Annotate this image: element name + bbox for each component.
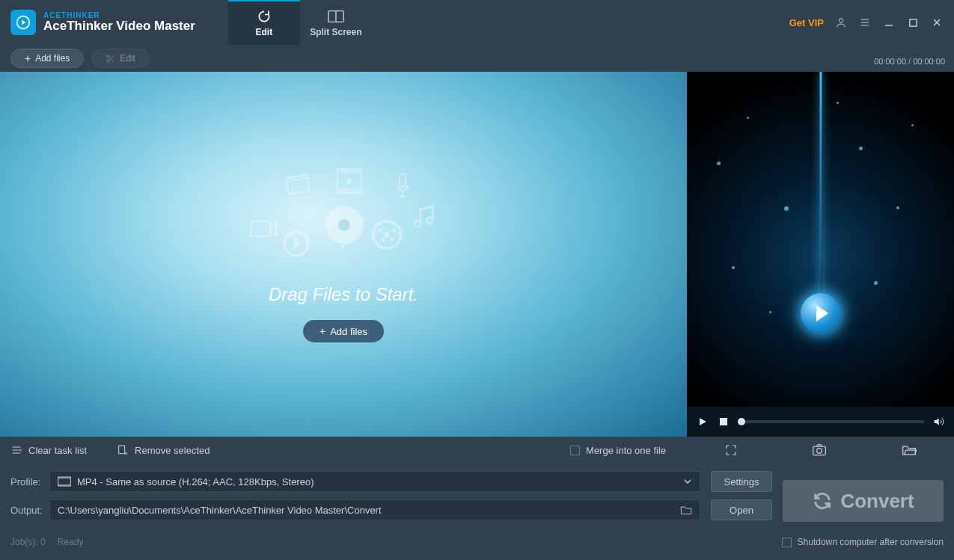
maximize-icon[interactable] [906, 16, 920, 29]
window-controls: Get VIP [789, 16, 954, 29]
profile-value: MP4 - Same as source (H.264; AAC, 128Kbp… [77, 476, 314, 487]
shutdown-checkbox[interactable] [782, 538, 792, 547]
jobs-count: Job(s): 0 [10, 537, 46, 547]
remove-icon [117, 444, 129, 456]
time-display: 00:00:00 / 00:00:00 [874, 57, 945, 66]
output-value: C:\Users\yangliu\Documents\AceThinker\Ac… [58, 505, 382, 516]
close-icon[interactable] [930, 16, 944, 29]
clear-task-list-button[interactable]: Clear task list [10, 444, 87, 456]
svg-point-20 [381, 239, 385, 243]
svg-rect-30 [58, 477, 71, 479]
play-button[interactable] [696, 415, 709, 428]
plus-icon: + [25, 53, 31, 64]
plus-icon: + [319, 326, 325, 336]
preview-canvas [687, 72, 954, 407]
titlebar: ACETHINKER AceThinker Video Master Edit … [0, 0, 954, 45]
list-clear-icon [10, 444, 22, 456]
svg-point-17 [384, 232, 389, 237]
stop-button[interactable] [717, 415, 730, 428]
svg-point-15 [338, 219, 350, 231]
profile-dropdown[interactable]: MP4 - Same as source (H.264; AAC, 128Kbp… [49, 471, 700, 492]
svg-point-3 [839, 19, 843, 22]
drop-add-files-button[interactable]: + Add files [303, 320, 384, 342]
drop-message: Drag Files to Start. [269, 284, 418, 305]
convert-label: Convert [840, 490, 914, 513]
output-path-field[interactable]: C:\Users\yangliu\Documents\AceThinker\Ac… [49, 499, 700, 520]
tab-edit[interactable]: Edit [228, 0, 300, 45]
button-label: Add files [35, 53, 70, 64]
shutdown-label: Shutdown computer after conversion [798, 537, 944, 547]
refresh-icon [257, 9, 272, 24]
preview-panel: 00:00:00 / 00:00:00 [687, 72, 954, 437]
browse-folder-icon [680, 505, 692, 515]
remove-selected-button[interactable]: Remove selected [117, 444, 210, 456]
split-screen-icon [328, 9, 344, 24]
open-folder-icon[interactable] [902, 444, 917, 456]
svg-point-24 [426, 218, 432, 224]
format-icon [58, 476, 71, 487]
user-icon[interactable] [834, 16, 848, 29]
convert-icon [812, 490, 833, 511]
edit-button: Edit [91, 49, 150, 68]
convert-button[interactable]: Convert [783, 480, 944, 522]
button-label: Edit [120, 53, 135, 64]
merge-checkbox[interactable] [570, 446, 580, 455]
svg-point-6 [107, 55, 109, 57]
player-controls [687, 407, 954, 437]
status-state: Ready [58, 537, 84, 547]
drop-zone[interactable]: Drag Files to Start. + Add files [0, 72, 687, 437]
play-orb-icon [801, 293, 841, 333]
content-area: Drag Files to Start. + Add files 00:00:0… [0, 72, 954, 437]
svg-rect-31 [58, 484, 71, 486]
svg-rect-25 [720, 418, 727, 425]
tab-label: Edit [255, 27, 272, 37]
app-logo-icon [10, 10, 36, 35]
svg-point-7 [107, 60, 109, 62]
output-label: Output: [10, 505, 43, 516]
svg-point-19 [391, 229, 396, 233]
media-icons-decoration [246, 166, 441, 271]
svg-rect-8 [251, 221, 270, 236]
tab-split-screen[interactable]: Split Screen [300, 0, 372, 45]
profile-label: Profile: [10, 476, 43, 487]
svg-point-23 [415, 221, 421, 227]
merge-label: Merge into one file [586, 445, 666, 456]
svg-point-21 [391, 237, 395, 241]
open-button[interactable]: Open [711, 499, 772, 520]
tab-label: Split Screen [310, 27, 361, 37]
shutdown-checkbox-group: Shutdown computer after conversion [782, 537, 944, 547]
svg-rect-26 [119, 446, 125, 454]
actions-row: Clear task list Remove selected Merge in… [0, 437, 954, 464]
app-title: AceThinker Video Master [43, 19, 195, 34]
get-vip-link[interactable]: Get VIP [789, 17, 824, 28]
add-files-button[interactable]: + Add files [10, 49, 84, 68]
minimize-icon[interactable] [882, 16, 896, 29]
app-logo: ACETHINKER AceThinker Video Master [0, 10, 206, 35]
button-label: Add files [330, 326, 367, 337]
snapshot-icon[interactable] [812, 443, 827, 457]
merge-checkbox-group: Merge into one file [570, 445, 676, 456]
svg-rect-22 [400, 173, 406, 187]
statusbar: Job(s): 0 Ready Shutdown computer after … [0, 531, 954, 553]
toolbar: + Add files Edit [0, 45, 954, 72]
fullscreen-icon[interactable] [724, 443, 738, 457]
action-label: Clear task list [28, 445, 87, 456]
svg-point-18 [378, 229, 382, 233]
settings-button[interactable]: Settings [711, 471, 772, 492]
progress-slider[interactable] [738, 420, 924, 423]
volume-button[interactable] [932, 415, 945, 428]
action-label: Remove selected [135, 445, 210, 456]
main-tabs: Edit Split Screen [228, 0, 372, 45]
svg-point-28 [817, 449, 822, 454]
scissors-icon [106, 54, 115, 64]
svg-rect-12 [337, 169, 361, 173]
settings-area: Profile: MP4 - Same as source (H.264; AA… [0, 464, 954, 531]
svg-rect-5 [909, 19, 916, 25]
menu-icon[interactable] [858, 16, 872, 29]
svg-rect-13 [337, 188, 361, 193]
chevron-down-icon [683, 479, 692, 484]
svg-rect-27 [813, 446, 826, 455]
